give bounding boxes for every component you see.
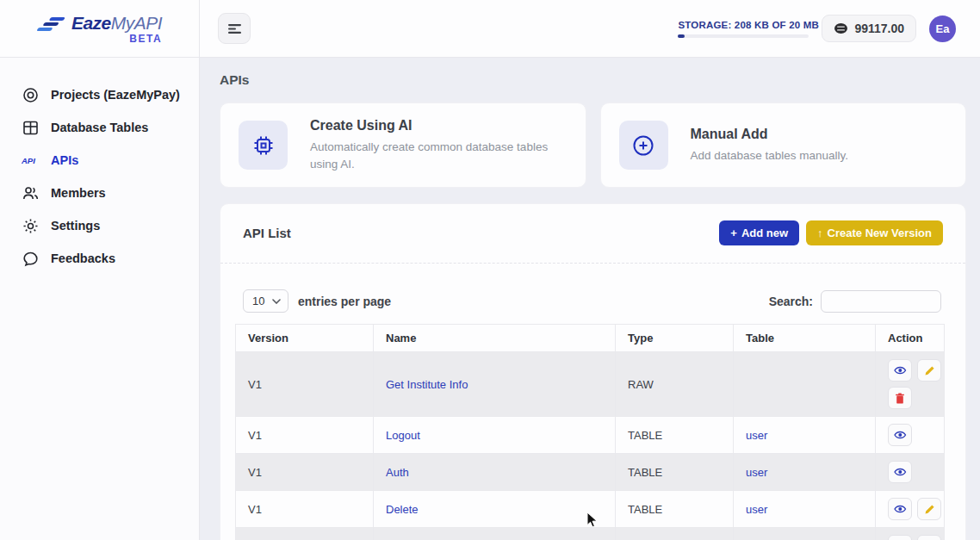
svg-text:API: API bbox=[22, 156, 35, 165]
column-header-type[interactable]: Type bbox=[616, 325, 734, 352]
view-action-button[interactable] bbox=[888, 461, 912, 483]
members-icon bbox=[22, 185, 39, 202]
cell-table: user bbox=[734, 454, 876, 491]
coin-icon bbox=[834, 22, 848, 34]
api-badge-icon: API bbox=[22, 154, 39, 166]
view-action-button[interactable] bbox=[888, 424, 912, 446]
card-description: Automatically create common database tab… bbox=[310, 139, 568, 172]
cell-table: user bbox=[734, 417, 876, 454]
avatar[interactable]: Ea bbox=[929, 16, 956, 42]
api-name-link[interactable]: Get Institute Info bbox=[386, 378, 468, 391]
column-header-name[interactable]: Name bbox=[374, 325, 616, 352]
api-list-title: API List bbox=[243, 226, 291, 240]
cell-actions bbox=[876, 352, 945, 417]
eye-icon bbox=[894, 504, 907, 514]
main-content: APIs Create Using AI Automatically creat… bbox=[200, 58, 980, 540]
table-name-link[interactable]: user bbox=[746, 429, 767, 442]
entries-per-page-select[interactable]: 10 bbox=[243, 289, 288, 313]
logo[interactable]: EazeMyAPI BETA bbox=[37, 14, 162, 44]
cell-table: user bbox=[734, 491, 876, 528]
sidebar-item-database-tables[interactable]: Database Tables bbox=[0, 111, 199, 144]
search-input[interactable] bbox=[821, 290, 941, 313]
table-grid-icon bbox=[22, 120, 39, 136]
plus-circle-icon bbox=[619, 121, 668, 170]
delete-action-button[interactable] bbox=[888, 387, 912, 409]
column-header-version[interactable]: Version bbox=[236, 325, 374, 352]
api-name-link[interactable]: Delete bbox=[386, 503, 419, 516]
cell-table: user bbox=[734, 528, 876, 540]
trash-icon bbox=[895, 393, 905, 404]
cell-type: TABLE bbox=[616, 491, 734, 528]
chip-icon bbox=[239, 121, 288, 170]
cell-type: TABLE bbox=[616, 454, 734, 491]
table-name-link[interactable]: user bbox=[746, 466, 767, 479]
view-action-button[interactable] bbox=[888, 535, 912, 540]
api-table-body: V1 Get Institute Info RAW V1 Logout TABL… bbox=[236, 352, 945, 540]
search-label: Search: bbox=[769, 295, 813, 308]
table-name-link[interactable]: user bbox=[746, 503, 767, 516]
cell-type: TABLE bbox=[616, 528, 734, 540]
edit-action-button[interactable] bbox=[917, 535, 941, 540]
eye-icon bbox=[894, 467, 907, 477]
edit-action-button[interactable] bbox=[917, 359, 941, 382]
pencil-icon bbox=[924, 504, 935, 515]
cell-actions bbox=[876, 528, 945, 540]
view-action-button[interactable] bbox=[888, 498, 912, 520]
table-header-row: Version Name Type Table Action bbox=[236, 325, 945, 352]
sidebar-item-projects[interactable]: Projects (EazeMyPay) bbox=[0, 78, 199, 111]
api-name-link[interactable]: Logout bbox=[386, 429, 420, 442]
column-header-table[interactable]: Table bbox=[734, 325, 876, 352]
cell-version: V1 bbox=[236, 454, 374, 491]
arrow-up-icon: ↑ bbox=[817, 227, 823, 239]
create-using-ai-card[interactable]: Create Using AI Automatically create com… bbox=[220, 102, 586, 188]
view-action-button[interactable] bbox=[888, 359, 912, 382]
sidebar: Projects (EazeMyPay) Database Tables API… bbox=[0, 58, 200, 540]
app-window: EazeMyAPI BETA STORAGE: 208 KB OF 20 MB bbox=[0, 0, 980, 540]
cell-type: TABLE bbox=[616, 417, 734, 454]
beta-badge: BETA bbox=[129, 34, 162, 44]
storage-label: STORAGE: 208 KB OF 20 MB bbox=[678, 20, 809, 30]
cell-type: RAW bbox=[616, 352, 734, 417]
api-table: Version Name Type Table Action V1 Get In… bbox=[235, 324, 945, 540]
cell-version: V1 bbox=[236, 352, 374, 417]
sidebar-item-apis[interactable]: API APIs bbox=[0, 144, 199, 177]
edit-action-button[interactable] bbox=[917, 498, 941, 520]
api-list-panel: API List + Add new ↑ Create New Version … bbox=[220, 203, 966, 540]
cell-actions bbox=[876, 454, 945, 491]
balance-button[interactable]: 99117.00 bbox=[822, 15, 916, 42]
table-row: V1 Auth TABLE user bbox=[236, 454, 945, 491]
gear-icon bbox=[22, 218, 39, 234]
sidebar-item-settings[interactable]: Settings bbox=[0, 209, 199, 242]
table-row: V1 Logout TABLE user bbox=[236, 417, 945, 454]
card-description: Add database tables manually. bbox=[691, 147, 849, 164]
column-header-action[interactable]: Action bbox=[876, 325, 945, 352]
menu-icon bbox=[227, 23, 242, 34]
cell-table bbox=[734, 352, 876, 417]
pencil-icon bbox=[924, 365, 935, 376]
sidebar-item-feedbacks[interactable]: Feedbacks bbox=[0, 242, 199, 275]
add-new-button[interactable]: + Add new bbox=[719, 220, 799, 245]
card-title: Create Using AI bbox=[310, 118, 568, 133]
brand-area: EazeMyAPI BETA bbox=[0, 0, 200, 58]
sidebar-toggle-button[interactable] bbox=[218, 13, 251, 44]
table-row: V1 Delete TABLE user bbox=[236, 491, 945, 528]
card-title: Manual Add bbox=[691, 127, 849, 142]
table-row: V1 Get Institute Info RAW bbox=[236, 352, 945, 417]
cell-name: Show bbox=[374, 528, 616, 540]
target-icon bbox=[22, 87, 39, 103]
entries-per-page-label: entries per page bbox=[298, 295, 391, 308]
storage-indicator: STORAGE: 208 KB OF 20 MB bbox=[678, 20, 809, 38]
page-title: APIs bbox=[220, 72, 966, 88]
sidebar-item-members[interactable]: Members bbox=[0, 177, 199, 209]
api-name-link[interactable]: Auth bbox=[386, 466, 409, 479]
cell-version: V1 bbox=[236, 491, 374, 528]
cell-name: Get Institute Info bbox=[374, 352, 616, 417]
cell-actions bbox=[876, 491, 945, 528]
plus-icon: + bbox=[730, 227, 737, 239]
create-new-version-button[interactable]: ↑ Create New Version bbox=[806, 220, 943, 245]
eye-icon bbox=[894, 365, 907, 376]
top-bar: STORAGE: 208 KB OF 20 MB 99117.00 Ea bbox=[200, 0, 980, 58]
manual-add-card[interactable]: Manual Add Add database tables manually. bbox=[600, 102, 967, 188]
storage-progress-bar bbox=[678, 34, 809, 38]
cell-name: Delete bbox=[374, 491, 616, 528]
